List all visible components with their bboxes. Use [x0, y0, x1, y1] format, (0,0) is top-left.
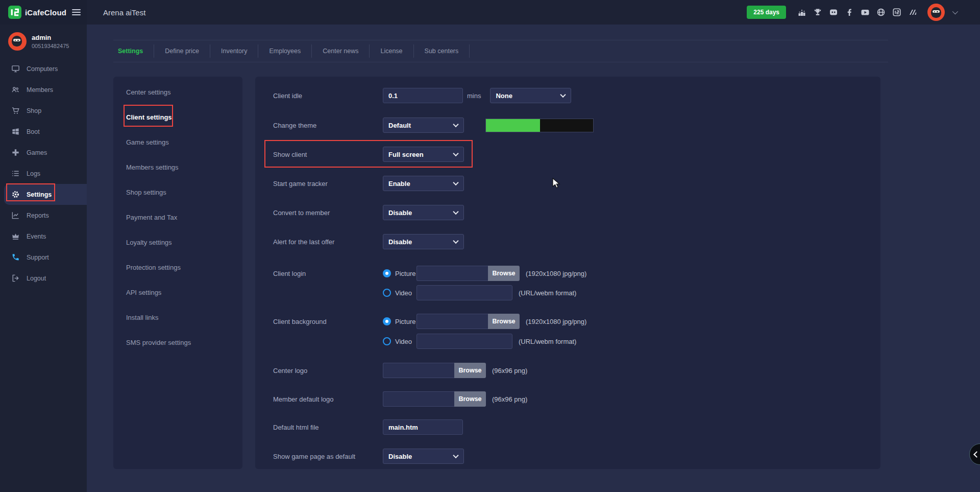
cart-icon: [11, 106, 20, 115]
trophy-icon[interactable]: [813, 7, 823, 17]
tab-define-price[interactable]: Define price: [154, 48, 210, 55]
show-client-select[interactable]: Full screen: [383, 147, 464, 162]
alert-last-offer-select[interactable]: Disable: [383, 234, 464, 249]
row-client-idle: Client idle mins None: [273, 88, 571, 103]
settings-nav-sms-provider-settings[interactable]: SMS provider settings: [113, 330, 242, 355]
client-idle-input[interactable]: [383, 88, 463, 103]
sidebar-item-settings[interactable]: Settings: [4, 184, 87, 205]
client-background-picture-browse-button[interactable]: Browse: [488, 314, 520, 329]
row-alert-last-offer: Alert for the last offer Disable: [273, 234, 464, 249]
client-login-picture-browse-button[interactable]: Browse: [488, 266, 520, 281]
select-value: Default: [388, 122, 411, 129]
settings-nav-loyalty-settings[interactable]: Loyalty settings: [113, 230, 242, 255]
sidebar: admin 005193482475 Computers Members Sho…: [0, 25, 87, 492]
center-logo-input[interactable]: [383, 363, 454, 378]
client-idle-unit: mins: [467, 92, 481, 100]
youtube-icon[interactable]: [860, 7, 870, 17]
sidebar-item-logout[interactable]: Logout: [0, 268, 87, 289]
facebook-icon[interactable]: [844, 7, 854, 17]
settings-nav-payment-and-tax[interactable]: Payment and Tax: [113, 205, 242, 230]
settings-nav-panel: Center settings Client settings Game set…: [113, 77, 242, 469]
row-client-background-picture: Client background Picture Browse (1920x1…: [273, 314, 586, 329]
video-format-hint: (URL/webm format): [519, 289, 576, 297]
profile-avatar[interactable]: [8, 32, 27, 51]
tab-employees[interactable]: Employees: [258, 48, 311, 55]
client-login-video-radio[interactable]: [383, 289, 391, 297]
sidebar-item-support[interactable]: Support: [0, 247, 87, 268]
tab-settings[interactable]: Settings: [113, 48, 154, 55]
sidebar-item-logs[interactable]: Logs: [0, 163, 87, 184]
row-member-default-logo: Member default logo Browse (96x96 png): [273, 391, 527, 407]
select-value: Enable: [388, 180, 410, 188]
settings-nav-client-settings[interactable]: Client settings: [113, 105, 242, 130]
row-client-login-video: Video (URL/webm format): [273, 285, 576, 300]
sidebar-item-label: Shop: [27, 107, 41, 114]
settings-nav-members-settings[interactable]: Members settings: [113, 155, 242, 180]
user-avatar[interactable]: [927, 4, 945, 21]
sidebar-item-label: Computers: [27, 65, 58, 73]
client-login-picture-radio[interactable]: [383, 269, 391, 277]
icafecloud-icon[interactable]: [892, 7, 902, 17]
tab-license[interactable]: License: [370, 48, 413, 55]
show-game-page-select[interactable]: Disable: [383, 449, 464, 464]
sidebar-item-shop[interactable]: Shop: [0, 100, 87, 121]
sidebar-item-label: Logs: [27, 170, 40, 177]
client-background-video-radio[interactable]: [383, 337, 391, 345]
field-label: Show client: [273, 151, 383, 158]
field-label: Start game tracker: [273, 180, 383, 188]
field-label: Client background: [273, 318, 383, 325]
settings-nav-protection-settings[interactable]: Protection settings: [113, 255, 242, 280]
client-background-video-input[interactable]: [416, 334, 512, 349]
hamburger-menu-icon[interactable]: [72, 9, 81, 16]
main-content: Settings Define price Inventory Employee…: [87, 25, 980, 492]
change-theme-select[interactable]: Default: [383, 118, 464, 133]
client-background-picture-radio[interactable]: [383, 317, 391, 325]
days-remaining-badge[interactable]: 225 days: [747, 6, 786, 19]
brand-name: iCafeCloud: [25, 8, 66, 17]
radio-label: Picture: [395, 270, 415, 277]
theme-green-swatch: [486, 119, 540, 132]
icafecloud-app: { "topbar": { "brand": "iCafeCloud", "ti…: [0, 0, 980, 492]
start-game-tracker-select[interactable]: Enable: [383, 176, 464, 191]
member-default-logo-browse-button[interactable]: Browse: [454, 391, 486, 407]
settings-nav-install-links[interactable]: Install links: [113, 305, 242, 330]
sidebar-item-members[interactable]: Members: [0, 79, 87, 100]
sidebar-item-reports[interactable]: Reports: [0, 205, 87, 226]
convert-to-member-select[interactable]: Disable: [383, 205, 464, 220]
client-idle-action-select[interactable]: None: [490, 88, 571, 103]
crown-icon: [11, 232, 20, 241]
meta-icon[interactable]: [908, 7, 918, 17]
sidebar-item-computers[interactable]: Computers: [0, 58, 87, 79]
sidebar-item-label: Events: [27, 233, 46, 240]
phone-icon: [11, 253, 20, 262]
sidebar-item-label: Logout: [27, 275, 46, 282]
member-default-logo-input[interactable]: [383, 391, 454, 407]
settings-nav-game-settings[interactable]: Game settings: [113, 130, 242, 155]
sidebar-item-games[interactable]: Games: [0, 142, 87, 163]
sidebar-item-boot[interactable]: Boot: [0, 121, 87, 142]
sidebar-item-label: Members: [27, 86, 53, 93]
windows-icon: [11, 127, 20, 136]
tab-sub-centers[interactable]: Sub centers: [414, 48, 470, 55]
globe-icon[interactable]: [876, 7, 886, 17]
settings-nav-center-settings[interactable]: Center settings: [113, 80, 242, 105]
select-value: Disable: [388, 209, 412, 217]
row-client-background-video: Video (URL/webm format): [273, 334, 576, 349]
center-logo-browse-button[interactable]: Browse: [454, 363, 486, 378]
gamepad-icon: [11, 148, 20, 157]
discord-icon[interactable]: [828, 7, 839, 17]
tab-center-news[interactable]: Center news: [312, 48, 369, 55]
settings-nav-api-settings[interactable]: API settings: [113, 280, 242, 305]
sidebar-nav: Computers Members Shop Boot Games Logs S…: [0, 58, 87, 289]
sidebar-item-events[interactable]: Events: [0, 226, 87, 247]
settings-nav-shop-settings[interactable]: Shop settings: [113, 180, 242, 205]
client-login-video-input[interactable]: [416, 285, 512, 300]
top-bar: iCafeCloud Arena aiTest 225 days: [0, 0, 980, 25]
ranking-icon[interactable]: [797, 7, 807, 17]
tab-inventory[interactable]: Inventory: [210, 48, 258, 55]
avatar-chevron-down-icon[interactable]: [952, 9, 958, 14]
default-html-file-input[interactable]: [383, 419, 463, 435]
client-login-picture-input[interactable]: [416, 266, 488, 281]
radio-label: Video: [395, 338, 412, 345]
client-background-picture-input[interactable]: [416, 314, 488, 329]
